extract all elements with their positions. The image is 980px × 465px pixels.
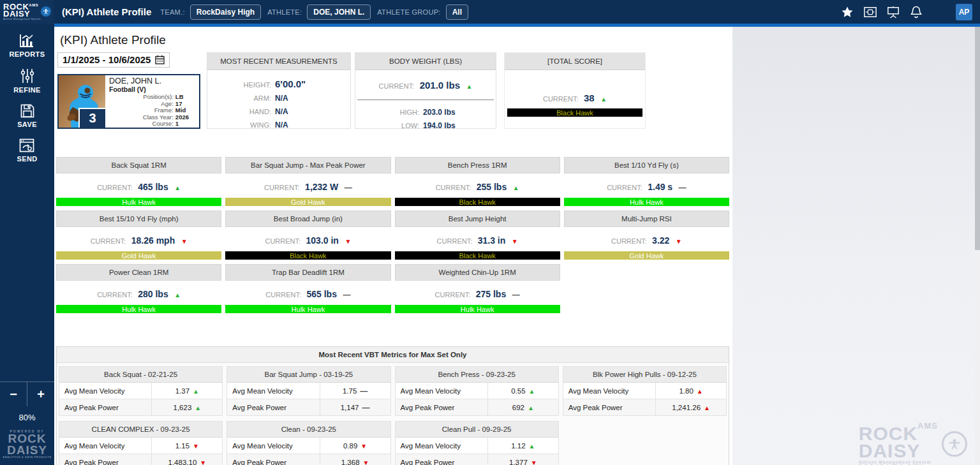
kpi-current-label: CURRENT: bbox=[97, 184, 133, 191]
kpi-tier-bar: Black Hawk bbox=[395, 251, 560, 260]
zoom-in-button[interactable]: + bbox=[27, 382, 54, 406]
athlete-info: DOE, JOHN L. Football (V) Position(s): L… bbox=[105, 75, 199, 128]
athlete-field-value: 1 bbox=[175, 121, 189, 128]
trend-icon: ▼ bbox=[193, 443, 199, 450]
kpi-current-label: CURRENT: bbox=[607, 184, 642, 191]
notifications-bell-icon[interactable] bbox=[910, 6, 923, 18]
floppy-save-icon bbox=[20, 104, 34, 118]
kpi-card: Weighted Chin-Up 1RM CURRENT: 275 lbs — … bbox=[395, 264, 560, 318]
kpi-card: Back Squat 1RM CURRENT: 465 lbs ▲ Hulk H… bbox=[56, 157, 221, 210]
sidebar-item-send[interactable]: SEND bbox=[17, 138, 37, 163]
kpi-current-label: CURRENT: bbox=[265, 291, 301, 299]
measurement-value: 6'00.0" bbox=[275, 78, 350, 89]
sidebar-item-reports[interactable]: REPORTS bbox=[10, 34, 45, 58]
vbt-card: CLEAN COMPLEX - 09-23-25 Avg Mean Veloci… bbox=[59, 421, 223, 465]
athlete-field-label: Gender: bbox=[143, 128, 174, 128]
sidebar: REPORTS REFINE SAVE SEND − + 80% POWERED… bbox=[0, 24, 54, 465]
lifter-badge-icon bbox=[41, 6, 51, 17]
trend-icon: ▼ bbox=[181, 238, 188, 245]
vbt-metric-value: 1.12▲ bbox=[488, 442, 558, 450]
sidebar-item-refine[interactable]: REFINE bbox=[13, 68, 41, 94]
athlete-field-value: Mid bbox=[175, 107, 189, 114]
send-window-icon bbox=[19, 138, 34, 152]
trend-icon: ▼ bbox=[363, 459, 369, 465]
vbt-metric-value: 1,377▼ bbox=[488, 459, 558, 465]
trend-up-icon: ▲ bbox=[600, 96, 607, 103]
vbt-card-title: Blk Power High Pulls - 09-12-25 bbox=[563, 367, 726, 383]
favorite-star-icon[interactable] bbox=[841, 6, 854, 18]
date-range-picker[interactable]: 1/1/2025 - 10/6/2025 bbox=[57, 52, 170, 68]
kpi-card: Best Broad Jump (in) CURRENT: 103.0 in ▼… bbox=[225, 210, 390, 264]
kpi-current-value: 103.0 in bbox=[306, 235, 339, 246]
vbt-metric-label: Avg Peak Power bbox=[227, 454, 320, 465]
kpi-tier-bar: Hulk Hawk bbox=[395, 305, 560, 313]
filter-value-box[interactable]: RockDaisy High bbox=[190, 4, 261, 20]
presentation-screen-icon[interactable] bbox=[887, 6, 900, 18]
scrollbar-thumb[interactable] bbox=[975, 27, 980, 250]
body-weight-rows: HIGH: 203.0 lbs LOW: 194.0 lbs bbox=[355, 100, 496, 130]
vbt-section: Most Recent VBT Metrics for Max Set Only… bbox=[56, 346, 729, 465]
kpi-current-value: 1,232 W bbox=[305, 182, 338, 192]
zoom-out-button[interactable]: − bbox=[0, 382, 27, 406]
trend-icon: ▼ bbox=[531, 459, 537, 465]
vbt-metric-label: Avg Peak Power bbox=[59, 399, 152, 415]
kpi-current-value: 280 lbs bbox=[138, 289, 168, 299]
body-weight-panel: BODY WEIGHT (LBS) CURRENT: 201.0 lbs ▲ H… bbox=[355, 52, 496, 129]
logo-ams: AMS bbox=[29, 3, 38, 7]
kpi-card: Bench Press 1RM CURRENT: 255 lbs ▲ Black… bbox=[395, 157, 560, 210]
trend-icon: — bbox=[512, 290, 520, 299]
athlete-name: DOE, JOHN L. bbox=[109, 77, 197, 85]
rockdaisy-logo[interactable]: ROCKAMS DAISY Athlete Management System bbox=[0, 0, 54, 24]
athlete-field-label: Frame: bbox=[143, 107, 174, 114]
vbt-card: Blk Power High Pulls - 09-12-25 Avg Mean… bbox=[563, 366, 727, 416]
kpi-tier-bar: Black Hawk bbox=[225, 251, 390, 260]
vbt-metric-row: Avg Mean Velocity 1.75— bbox=[227, 383, 390, 399]
trend-icon: ▲ bbox=[529, 443, 535, 450]
sidebar-item-label: SAVE bbox=[17, 121, 37, 128]
media-gallery-icon[interactable] bbox=[864, 6, 877, 18]
trend-up-icon: ▲ bbox=[466, 83, 473, 90]
kpi-card-title: Best 1/10 Yd Fly (s) bbox=[564, 157, 729, 173]
trend-icon: ▲ bbox=[193, 388, 199, 395]
vbt-card: Clean Pull - 09-29-25 Avg Mean Velocity … bbox=[395, 421, 559, 465]
kpi-current: CURRENT: 1.49 s — bbox=[564, 173, 729, 198]
vbt-metric-row: Avg Peak Power 1,147— bbox=[227, 399, 390, 415]
filter-value-box[interactable]: DOE, JOHN L. bbox=[307, 4, 371, 20]
body-weight-row: LOW: 194.0 lbs bbox=[355, 121, 496, 130]
kpi-grid: Back Squat 1RM CURRENT: 465 lbs ▲ Hulk H… bbox=[54, 157, 732, 318]
kpi-card-title: Best Broad Jump (in) bbox=[225, 210, 390, 227]
vbt-metric-row: Avg Mean Velocity 0.89▼ bbox=[227, 438, 390, 454]
filter-value-box[interactable]: All bbox=[446, 4, 468, 20]
vbt-metric-value: 1.37▲ bbox=[152, 387, 222, 395]
kpi-card-title: Multi-Jump RSI bbox=[564, 210, 729, 227]
vbt-metric-label: Avg Mean Velocity bbox=[396, 438, 488, 454]
vbt-metric-label: Avg Mean Velocity bbox=[227, 383, 320, 399]
measurement-label: HEIGHT: bbox=[207, 81, 271, 89]
kpi-card: Bar Squat Jump - Max Peak Power CURRENT:… bbox=[225, 157, 390, 210]
apps-grid-icon[interactable] bbox=[933, 6, 946, 18]
athlete-card[interactable]: 3 DOE, JOHN L. Football (V) Position(s):… bbox=[57, 74, 200, 129]
athlete-field-label: Course: bbox=[143, 121, 174, 128]
jersey-number: 3 bbox=[78, 108, 105, 128]
date-range-value: 1/1/2025 - 10/6/2025 bbox=[63, 54, 151, 65]
trend-icon: ▼ bbox=[200, 459, 206, 465]
user-avatar[interactable]: AP bbox=[956, 4, 972, 20]
kpi-current: CURRENT: 1,232 W — bbox=[225, 173, 390, 198]
athlete-photo: 3 bbox=[59, 75, 105, 128]
kpi-card-title: Best 15/10 Yd Fly (mph) bbox=[56, 210, 221, 227]
vbt-metric-row: Avg Peak Power 692▲ bbox=[396, 399, 558, 415]
kpi-current: CURRENT: 275 lbs — bbox=[395, 281, 560, 305]
sliders-icon bbox=[20, 68, 34, 84]
athlete-field-value: Male bbox=[175, 128, 189, 128]
kpi-card-title: Weighted Chin-Up 1RM bbox=[395, 264, 560, 281]
body-weight-row-value: 203.0 lbs bbox=[423, 108, 496, 117]
zoom-level: 80% bbox=[0, 406, 54, 430]
trend-icon: ▲ bbox=[529, 388, 535, 395]
trend-icon: ▲ bbox=[513, 184, 519, 191]
kpi-current-value: 565 lbs bbox=[306, 289, 336, 299]
report-canvas: (KPI) Athlete Profile 1/1/2025 - 10/6/20… bbox=[54, 27, 732, 465]
measurement-label: ARM: bbox=[207, 94, 271, 102]
page-title: (KPI) Athlete Profile bbox=[60, 33, 732, 47]
measurement-value: N/A bbox=[275, 94, 350, 103]
sidebar-item-save[interactable]: SAVE bbox=[17, 104, 37, 128]
